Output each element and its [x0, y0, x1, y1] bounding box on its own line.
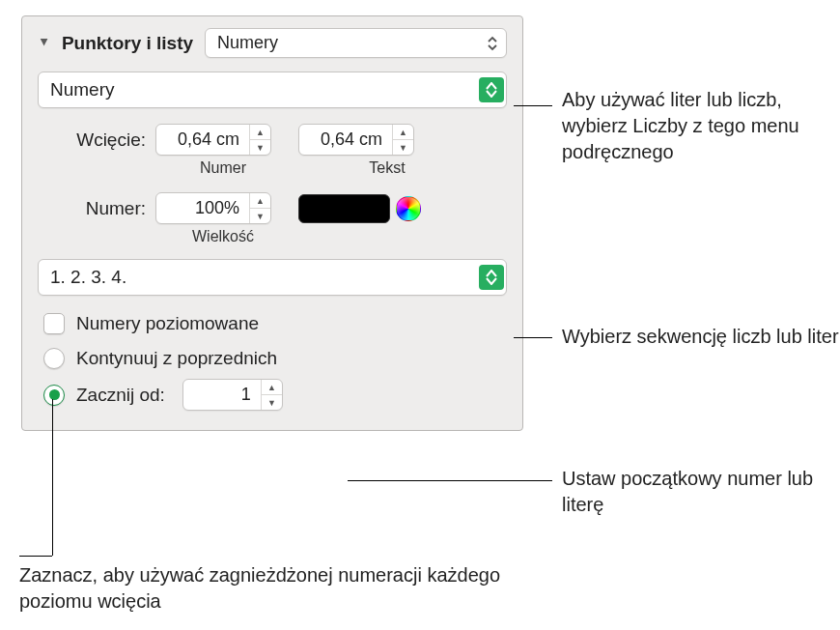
- list-style-menu-value: Numery: [217, 33, 278, 53]
- sequence-menu-value: 1. 2. 3. 4.: [50, 267, 126, 288]
- indent-number-value[interactable]: 0,64 cm: [156, 125, 249, 155]
- callout-start-from: Ustaw początkowy numer lub literę: [562, 466, 840, 518]
- step-up-icon[interactable]: ▲: [250, 125, 270, 140]
- list-style-menu[interactable]: Numery: [205, 28, 507, 58]
- indent-text-stepper[interactable]: 0,64 cm ▲ ▼: [298, 124, 414, 156]
- continue-radio-label: Kontynuuj z poprzednich: [76, 348, 277, 369]
- number-type-menu-value: Numery: [50, 79, 115, 100]
- section-title: Punktory i listy: [62, 33, 193, 54]
- number-size-caption: Wielkość: [155, 228, 291, 245]
- step-up-icon[interactable]: ▲: [250, 193, 270, 209]
- number-size-stepper[interactable]: 100% ▲ ▼: [155, 192, 271, 224]
- step-up-icon[interactable]: ▲: [262, 380, 282, 395]
- step-down-icon[interactable]: ▼: [250, 209, 270, 223]
- callout-sequence-menu: Wybierz sekwencję liczb lub liter: [562, 324, 839, 350]
- start-from-stepper[interactable]: 1 ▲ ▼: [182, 379, 283, 411]
- start-from-radio-label: Zacznij od:: [76, 385, 165, 406]
- number-size-value[interactable]: 100%: [156, 193, 249, 223]
- continue-radio[interactable]: [43, 348, 65, 369]
- indent-label: Wcięcie:: [38, 129, 155, 151]
- indent-text-caption: Tekst: [320, 159, 455, 177]
- updown-icon: [479, 77, 504, 102]
- callout-type-menu: Aby używać liter lub liczb, wybierz Licz…: [562, 87, 840, 165]
- tiered-numbers-label: Numery poziomowane: [76, 313, 259, 334]
- start-from-value[interactable]: 1: [183, 380, 261, 410]
- step-down-icon[interactable]: ▼: [393, 140, 413, 155]
- number-type-menu[interactable]: Numery: [38, 72, 507, 108]
- tiered-numbers-checkbox[interactable]: [43, 313, 65, 334]
- updown-icon: [479, 265, 504, 290]
- indent-number-stepper[interactable]: 0,64 cm ▲ ▼: [155, 124, 271, 156]
- sequence-menu[interactable]: 1. 2. 3. 4.: [38, 259, 507, 296]
- step-up-icon[interactable]: ▲: [393, 125, 413, 140]
- step-down-icon[interactable]: ▼: [250, 140, 270, 155]
- bullets-and-lists-panel: ▲ Punktory i listy Numery Numery: [21, 15, 523, 431]
- step-down-icon[interactable]: ▼: [262, 395, 282, 410]
- indent-text-value[interactable]: 0,64 cm: [299, 125, 392, 155]
- color-picker-icon[interactable]: [396, 196, 421, 221]
- number-size-label: Numer:: [38, 198, 155, 219]
- disclosure-triangle-icon[interactable]: ▲: [38, 36, 50, 50]
- callout-tiered-checkbox: Zaznacz, aby używać zagnieżdżonej numera…: [19, 562, 502, 615]
- indent-number-caption: Numer: [155, 159, 291, 177]
- chevrons-icon: [487, 35, 498, 52]
- number-color-swatch[interactable]: [298, 194, 390, 223]
- start-from-radio[interactable]: [43, 385, 65, 406]
